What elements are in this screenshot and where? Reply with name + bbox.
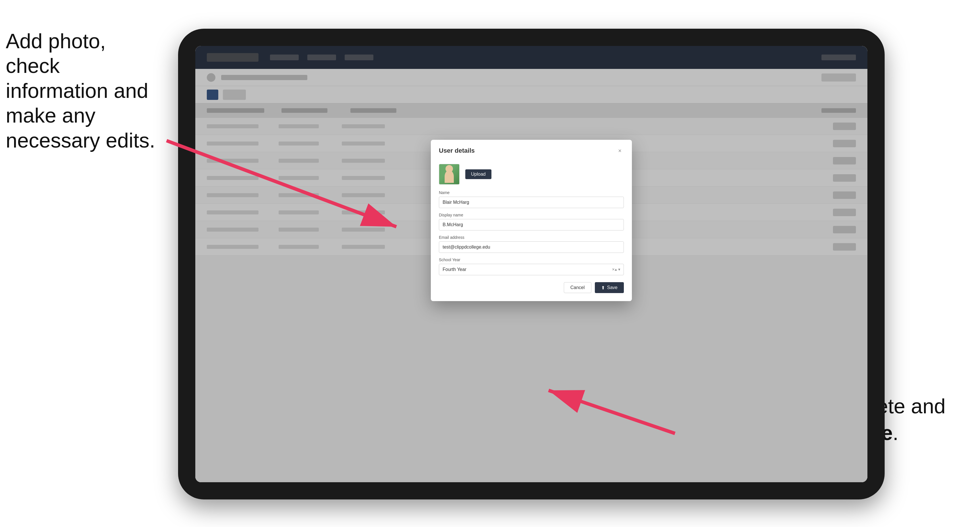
email-field-group: Email address (439, 235, 624, 253)
tablet-device: User details × Upload Name (178, 29, 885, 500)
school-year-label: School Year (439, 257, 624, 262)
photo-thumbnail (439, 164, 460, 184)
name-input[interactable] (439, 197, 624, 208)
email-input[interactable] (439, 241, 624, 253)
cancel-button[interactable]: Cancel (564, 282, 592, 293)
school-year-input[interactable] (439, 264, 624, 275)
annotation-left: Add photo, check information and make an… (6, 29, 164, 153)
save-button-label: Save (607, 285, 617, 290)
display-name-field-group: Display name (439, 213, 624, 230)
photo-person-shape (445, 170, 454, 183)
save-button[interactable]: ⬆ Save (595, 282, 624, 293)
tablet-screen: User details × Upload Name (195, 46, 867, 482)
name-label: Name (439, 190, 624, 195)
name-field-group: Name (439, 190, 624, 208)
modal-title: User details (439, 147, 475, 154)
email-label: Email address (439, 235, 624, 240)
school-year-chevron-icon: ▲▼ (614, 268, 621, 271)
school-year-select-wrapper: × ▲▼ (439, 264, 624, 275)
modal-close-button[interactable]: × (616, 147, 624, 155)
school-year-field-group: School Year × ▲▼ (439, 257, 624, 275)
modal-header: User details × (431, 140, 632, 159)
modal-overlay: User details × Upload Name (195, 46, 867, 482)
modal-body: Upload Name Display name Email addre (431, 159, 632, 301)
photo-upload-row: Upload (439, 164, 624, 184)
save-icon: ⬆ (601, 285, 605, 290)
user-details-modal: User details × Upload Name (431, 140, 632, 301)
display-name-input[interactable] (439, 219, 624, 230)
display-name-label: Display name (439, 213, 624, 217)
modal-footer: Cancel ⬆ Save (439, 280, 624, 294)
upload-photo-button[interactable]: Upload (465, 169, 492, 179)
